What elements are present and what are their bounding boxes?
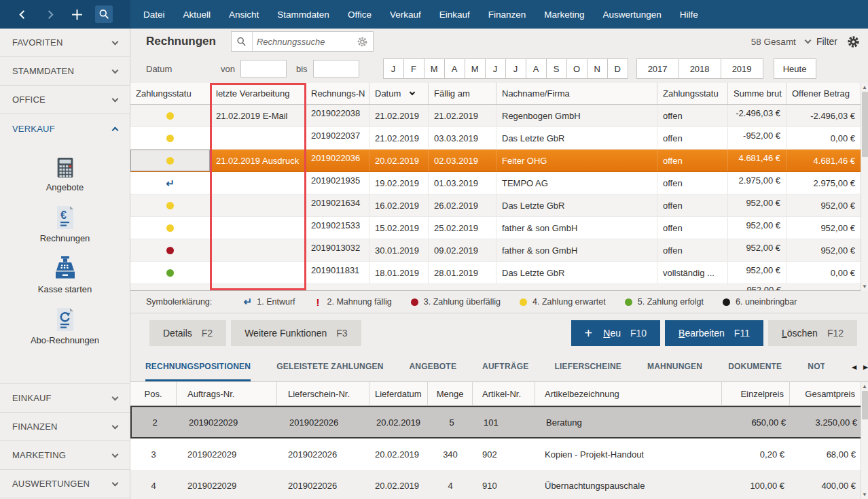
sidebar-item-rechnungen[interactable]: € Rechnungen	[0, 203, 130, 254]
positions-table-scrollbar[interactable]: ▲ ▼	[861, 382, 868, 499]
year-button-2019[interactable]: 2019	[721, 58, 763, 79]
scroll-up-icon[interactable]: ▲	[862, 382, 867, 391]
filter-dropdown[interactable]: Filter	[806, 36, 837, 47]
menu-item-ansicht[interactable]: Ansicht	[229, 10, 259, 20]
year-button-2018[interactable]: 2018	[679, 58, 721, 79]
month-button-feb[interactable]: F	[403, 58, 424, 79]
date-from-input[interactable]	[240, 60, 287, 78]
tab-auftraege[interactable]: AUFTRÄGE	[482, 353, 528, 381]
search-icon[interactable]	[232, 32, 253, 51]
column-header-faellig-am[interactable]: Fällig am	[429, 83, 496, 104]
month-button-nov[interactable]: N	[587, 58, 608, 79]
year-button-2017[interactable]: 2017	[636, 58, 679, 79]
sidebar-section-auswertungen[interactable]: AUSWERTUNGEN	[0, 470, 130, 498]
invoice-row-partial[interactable]: 952,00 €	[130, 284, 868, 291]
column-header-menge[interactable]: Menge	[428, 382, 473, 405]
tab-mahnungen[interactable]: MAHNUNGEN	[647, 353, 702, 381]
month-button-dez[interactable]: D	[607, 58, 628, 79]
sidebar-section-office[interactable]: OFFICE	[0, 86, 130, 114]
column-header-lieferdatum[interactable]: Lieferdatum	[369, 382, 428, 405]
month-button-jun[interactable]: J	[485, 58, 506, 79]
invoice-row[interactable]: 2019021935 19.02.2019 01.03.2019 TEMPO A…	[130, 172, 868, 194]
column-header-einzelpreis[interactable]: Einzelpreis	[722, 382, 790, 405]
month-button-sep[interactable]: S	[546, 58, 567, 79]
column-header-datum[interactable]: Datum	[369, 83, 429, 104]
forward-icon[interactable]	[41, 5, 58, 23]
sidebar-section-einkauf[interactable]: EINKAUF	[0, 384, 130, 413]
more-functions-button[interactable]: Weitere Funktionen F3	[231, 320, 361, 346]
column-header-rechnungsnr[interactable]: Rechnungs-N	[306, 83, 369, 104]
menu-item-marketing[interactable]: Marketing	[544, 10, 584, 20]
sidebar-section-stammdaten[interactable]: STAMMDATEN	[0, 57, 130, 86]
invoice-row[interactable]: 2019011831 18.01.2019 28.01.2019 Das Let…	[130, 262, 868, 284]
column-header-zahlungsstatus-2[interactable]: Zahlungsstatu	[657, 83, 728, 104]
menu-item-finanzen[interactable]: Finanzen	[488, 10, 526, 20]
tab-angebote[interactable]: ANGEBOTE	[410, 353, 457, 381]
tab-lieferscheine[interactable]: LIEFERSCHEINE	[554, 353, 621, 381]
month-button-aug[interactable]: A	[526, 58, 547, 79]
column-header-artikelnr[interactable]: Artikel-Nr.	[473, 382, 535, 405]
details-button[interactable]: Details F2	[149, 320, 226, 346]
menu-item-stammdaten[interactable]: Stammdaten	[277, 10, 329, 20]
invoice-row[interactable]: 2019021533 15.02.2019 25.02.2019 father …	[130, 217, 868, 239]
search-icon[interactable]	[95, 5, 113, 23]
menu-item-office[interactable]: Office	[348, 10, 372, 20]
month-button-jan[interactable]: J	[383, 58, 404, 79]
menu-item-datei[interactable]: Datei	[143, 10, 165, 20]
position-row[interactable]: 3 2019022029 2019022026 20.02.2019 340 9…	[130, 438, 868, 470]
invoice-row[interactable]: 2019022037 21.02.2019 03.03.2019 Das Let…	[130, 127, 868, 150]
month-button-apr[interactable]: A	[444, 58, 465, 79]
column-header-letzte-verarbeitung[interactable]: letzte Verarbeitung	[211, 83, 306, 104]
invoice-table-scrollbar[interactable]: ▲ ▼	[861, 83, 868, 291]
column-header-offener-betrag[interactable]: Offener Betrag	[786, 83, 861, 104]
position-row[interactable]: 4 2019022029 2019022026 20.02.2019 4 910…	[130, 470, 868, 499]
sidebar-item-abo-rechnungen[interactable]: Abo-Rechnungen	[0, 305, 130, 356]
menu-item-aktuell[interactable]: Aktuell	[183, 10, 211, 20]
invoice-row[interactable]: 2019013032 30.01.2019 09.02.2019 father …	[130, 239, 868, 262]
column-header-pos[interactable]: Pos.	[130, 382, 177, 405]
new-button[interactable]: + Neu F10	[571, 320, 661, 346]
month-button-okt[interactable]: O	[566, 58, 587, 79]
tab-scroll-right-icon[interactable]: ▶	[863, 364, 868, 371]
sidebar-section-favoriten[interactable]: FAVORITEN	[0, 29, 130, 57]
tab-scroll-left-icon[interactable]: ◀	[852, 364, 856, 371]
column-header-zahlungsstatus[interactable]: Zahlungsstatu	[130, 83, 211, 104]
tab-rechnungspositionen[interactable]: RECHNUNGSPOSITIONEN	[145, 353, 251, 381]
month-button-jul[interactable]: J	[505, 58, 526, 79]
search-settings-gear-icon[interactable]	[352, 32, 373, 51]
filter-settings-gear-icon[interactable]	[847, 35, 860, 48]
menu-item-hilfe[interactable]: Hilfe	[680, 10, 698, 20]
scrollbar-thumb[interactable]	[862, 391, 868, 419]
delete-button[interactable]: Löschen F12	[768, 320, 857, 346]
column-header-gesamtpreis[interactable]: Gesamtpreis	[790, 382, 861, 405]
sidebar-item-angebote[interactable]: Angebote	[0, 152, 130, 203]
date-to-input[interactable]	[313, 60, 359, 78]
back-icon[interactable]	[14, 5, 31, 23]
scroll-down-icon[interactable]: ▼	[862, 282, 867, 291]
tab-geleistete-zahlungen[interactable]: GELEISTETE ZAHLUNGEN	[276, 353, 383, 381]
column-header-nachname-firma[interactable]: Nachname/Firma	[496, 83, 657, 104]
sidebar-section-marketing[interactable]: MARKETING	[0, 441, 130, 470]
invoice-row-selected[interactable]: 21.02.2019 Ausdruck 2019022036 20.02.201…	[130, 150, 868, 172]
add-icon[interactable]	[68, 5, 86, 23]
scrollbar-thumb[interactable]	[862, 92, 868, 157]
position-row-selected[interactable]: 2 2019022029 2019022026 20.02.2019 5 101…	[130, 406, 868, 438]
search-input[interactable]	[253, 32, 352, 51]
invoice-row[interactable]: 21.02.2019 E-Mail 2019022038 21.02.2019 …	[130, 105, 868, 127]
column-header-lieferscheinnr[interactable]: Lieferschein-Nr.	[277, 382, 369, 405]
sidebar-section-verkauf[interactable]: VERKAUF	[0, 114, 130, 143]
column-header-auftragsnr[interactable]: Auftrags-Nr.	[177, 382, 277, 405]
scroll-up-icon[interactable]: ▲	[862, 83, 867, 92]
menu-item-verkauf[interactable]: Verkauf	[390, 10, 421, 20]
tab-notizen[interactable]: NOTI	[808, 353, 825, 381]
sidebar-item-kasse-starten[interactable]: Kasse starten	[0, 254, 130, 305]
month-button-mar[interactable]: M	[424, 58, 445, 79]
menu-item-einkauf[interactable]: Einkauf	[439, 10, 470, 20]
sidebar-section-finanzen[interactable]: FINANZEN	[0, 413, 130, 441]
column-header-summe-brutto[interactable]: Summe brut	[728, 83, 786, 104]
month-button-mai[interactable]: M	[465, 58, 486, 79]
edit-button[interactable]: Bearbeiten F11	[665, 320, 763, 346]
today-button[interactable]: Heute	[774, 58, 816, 79]
tab-dokumente[interactable]: DOKUMENTE	[728, 353, 782, 381]
menu-item-auswertungen[interactable]: Auswertungen	[603, 10, 662, 20]
